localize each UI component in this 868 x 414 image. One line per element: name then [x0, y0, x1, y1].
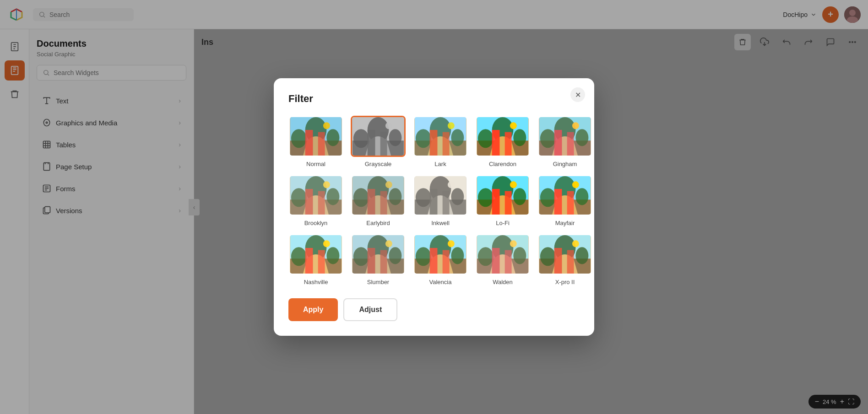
filter-item-grayscale[interactable]: Grayscale — [351, 116, 406, 167]
filter-item-mayfair[interactable]: Mayfair — [537, 175, 592, 226]
svg-point-45 — [513, 129, 526, 146]
svg-rect-127 — [505, 250, 512, 274]
filter-label-inkwell: Inkwell — [431, 220, 450, 226]
apply-button[interactable]: Apply — [288, 298, 338, 321]
svg-rect-103 — [318, 250, 325, 274]
svg-point-88 — [510, 181, 517, 188]
svg-point-64 — [323, 181, 330, 188]
filter-thumb-slumber — [351, 234, 406, 275]
svg-rect-23 — [318, 132, 325, 156]
filter-label-normal: Normal — [306, 161, 326, 167]
filter-label-lofi: Lo-Fi — [496, 220, 510, 226]
filter-item-slumber[interactable]: Slumber — [351, 234, 406, 285]
modal-close-button[interactable]: ✕ — [570, 87, 585, 102]
svg-rect-30 — [368, 130, 375, 156]
svg-point-29 — [389, 129, 401, 146]
filter-label-clarendon: Clarendon — [489, 161, 516, 167]
filter-label-lark: Lark — [434, 161, 446, 167]
filter-grid: Normal Grayscale Lark — [288, 116, 580, 285]
svg-point-109 — [389, 247, 401, 264]
svg-point-101 — [326, 247, 339, 264]
svg-point-117 — [451, 247, 464, 264]
svg-rect-46 — [492, 130, 500, 156]
filter-item-clarendon[interactable]: Clarendon — [475, 116, 530, 167]
adjust-button[interactable]: Adjust — [343, 298, 397, 321]
filter-item-lark[interactable]: Lark — [413, 116, 468, 167]
svg-rect-39 — [443, 132, 450, 156]
svg-rect-54 — [554, 130, 562, 156]
svg-rect-71 — [380, 191, 387, 215]
svg-point-48 — [510, 122, 517, 129]
svg-rect-86 — [492, 189, 500, 215]
svg-point-120 — [448, 240, 455, 247]
filter-item-brooklyn[interactable]: Brooklyn — [288, 175, 343, 226]
svg-point-56 — [572, 122, 579, 129]
svg-point-76 — [416, 188, 431, 207]
svg-point-52 — [540, 129, 556, 148]
filter-item-xpro[interactable]: X-pro II — [537, 234, 592, 285]
svg-point-77 — [451, 188, 464, 205]
filter-item-walden[interactable]: Walden — [475, 234, 530, 285]
filter-item-valencia[interactable]: Valencia — [413, 234, 468, 285]
filter-label-nashville: Nashville — [304, 279, 328, 285]
svg-rect-31 — [380, 132, 387, 156]
filter-item-lofi[interactable]: Lo-Fi — [475, 175, 530, 226]
svg-rect-22 — [305, 130, 313, 156]
svg-point-37 — [451, 129, 464, 146]
filter-thumb-grayscale — [351, 116, 406, 157]
filter-item-nashville[interactable]: Nashville — [288, 234, 343, 285]
modal-title: Filter — [288, 93, 580, 105]
svg-point-61 — [326, 188, 339, 205]
filter-item-earlybird[interactable]: Earlybird — [351, 175, 406, 226]
filter-thumb-inkwell — [413, 175, 468, 216]
svg-point-24 — [323, 122, 330, 129]
filter-thumb-mayfair — [537, 175, 592, 216]
svg-point-72 — [385, 181, 392, 188]
svg-point-44 — [478, 129, 494, 148]
svg-rect-119 — [443, 250, 450, 274]
filter-thumb-clarendon — [475, 116, 530, 157]
filter-label-walden: Walden — [493, 279, 513, 285]
svg-rect-47 — [505, 132, 512, 156]
svg-point-68 — [353, 188, 369, 207]
filter-thumb-earlybird — [351, 175, 406, 216]
svg-rect-95 — [567, 191, 574, 215]
svg-rect-126 — [492, 248, 500, 274]
svg-rect-134 — [554, 248, 562, 274]
filter-modal: Filter ✕ Normal Grayscale — [274, 78, 594, 336]
svg-point-80 — [448, 181, 455, 188]
filter-thumb-lofi — [475, 175, 530, 216]
svg-rect-118 — [430, 248, 438, 274]
svg-point-40 — [448, 122, 455, 129]
filter-label-mayfair: Mayfair — [555, 220, 575, 226]
svg-point-128 — [510, 240, 517, 247]
filter-thumb-brooklyn — [288, 175, 343, 216]
svg-point-125 — [513, 247, 526, 264]
filter-item-gingham[interactable]: Gingham — [537, 116, 592, 167]
filter-label-valencia: Valencia — [429, 279, 452, 285]
svg-point-20 — [291, 129, 307, 148]
filter-thumb-normal — [288, 116, 343, 157]
svg-rect-62 — [305, 189, 313, 215]
filter-item-inkwell[interactable]: Inkwell — [413, 175, 468, 226]
filter-label-slumber: Slumber — [367, 279, 389, 285]
filter-item-normal[interactable]: Normal — [288, 116, 343, 167]
filter-label-earlybird: Earlybird — [366, 220, 390, 226]
filter-thumb-lark — [413, 116, 468, 157]
svg-point-21 — [326, 129, 339, 146]
svg-rect-78 — [430, 189, 438, 215]
filter-thumb-gingham — [537, 116, 592, 157]
svg-point-53 — [575, 129, 588, 146]
svg-point-124 — [478, 247, 494, 266]
svg-point-133 — [575, 247, 588, 264]
svg-rect-110 — [368, 248, 375, 274]
svg-point-96 — [572, 181, 579, 188]
filter-thumb-nashville — [288, 234, 343, 275]
svg-point-85 — [513, 188, 526, 205]
svg-rect-111 — [380, 250, 387, 274]
svg-point-69 — [389, 188, 401, 205]
svg-rect-94 — [554, 189, 562, 215]
svg-rect-79 — [443, 191, 450, 215]
modal-actions: Apply Adjust — [288, 298, 580, 321]
svg-rect-55 — [567, 132, 574, 156]
